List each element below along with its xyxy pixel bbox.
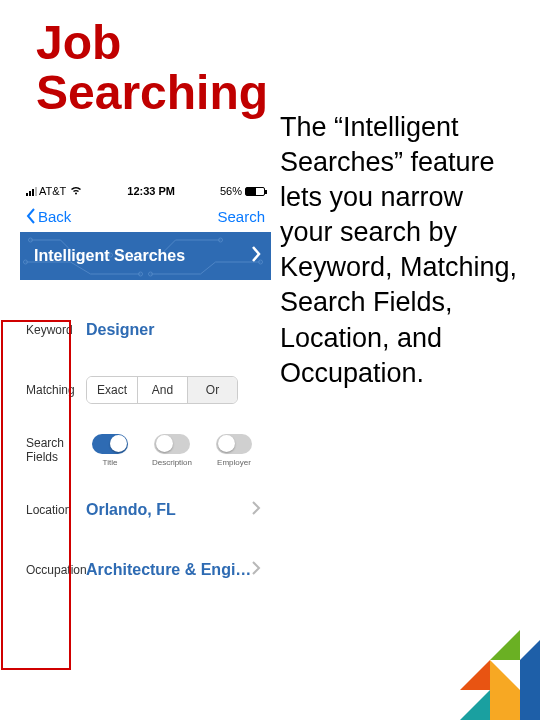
toggle-description-label: Description <box>152 458 192 467</box>
back-button[interactable]: Back <box>26 208 71 225</box>
wifi-icon <box>70 186 82 197</box>
svg-marker-8 <box>460 690 490 720</box>
svg-marker-12 <box>460 660 490 690</box>
keyword-row[interactable]: Keyword Designer <box>20 300 271 360</box>
status-left: AT&T <box>26 185 82 197</box>
toggle-employer-wrap: Employer <box>216 434 252 467</box>
description-text: The “Intelligent Searches” feature lets … <box>280 110 520 391</box>
page-title: Job Searching <box>0 0 540 119</box>
toggle-employer-label: Employer <box>217 458 251 467</box>
matching-option-or[interactable]: Or <box>187 377 237 403</box>
toggle-description[interactable] <box>154 434 190 454</box>
svg-marker-10 <box>520 640 540 720</box>
matching-option-and[interactable]: And <box>137 377 187 403</box>
chevron-right-icon <box>252 561 261 579</box>
searchfields-label: Search Fields <box>22 436 86 464</box>
carrier-label: AT&T <box>39 185 66 197</box>
matching-row: Matching Exact And Or <box>20 360 271 420</box>
battery-icon <box>245 187 265 196</box>
chevron-left-icon <box>26 208 36 224</box>
toggle-description-wrap: Description <box>152 434 192 467</box>
nav-bar: Back Search <box>20 200 271 232</box>
toggle-title-wrap: Title <box>92 434 128 467</box>
chevron-right-icon <box>252 501 261 519</box>
keyword-value: Designer <box>86 321 154 339</box>
keyword-label: Keyword <box>22 323 86 337</box>
svg-marker-11 <box>490 630 520 660</box>
banner-title: Intelligent Searches <box>34 247 185 265</box>
status-right: 56% <box>220 185 265 197</box>
toggle-employer[interactable] <box>216 434 252 454</box>
occupation-row[interactable]: Occupation Architecture & Engi… <box>20 540 271 600</box>
location-value: Orlando, FL <box>86 501 176 519</box>
location-row[interactable]: Location Orlando, FL <box>20 480 271 540</box>
searchfields-row: Search Fields Title Description Employer <box>20 420 271 480</box>
searchfields-toggles: Title Description Employer <box>86 434 263 467</box>
status-bar: AT&T 12:33 PM 56% <box>20 182 271 200</box>
chevron-right-icon <box>251 246 261 266</box>
banner[interactable]: Intelligent Searches <box>20 232 271 280</box>
battery-label: 56% <box>220 185 242 197</box>
matching-segmented[interactable]: Exact And Or <box>86 376 238 404</box>
search-button[interactable]: Search <box>217 208 265 225</box>
svg-marker-9 <box>490 660 520 720</box>
matching-option-exact[interactable]: Exact <box>87 377 137 403</box>
title-line1: Job <box>36 16 121 69</box>
back-label: Back <box>38 208 71 225</box>
toggle-title-label: Title <box>103 458 118 467</box>
title-line2: Searching <box>36 66 268 119</box>
occupation-label: Occupation <box>22 563 86 577</box>
signal-icon <box>26 187 37 196</box>
matching-label: Matching <box>22 383 86 397</box>
phone-screenshot: AT&T 12:33 PM 56% Back Search I <box>20 182 271 702</box>
location-label: Location <box>22 503 86 517</box>
corner-logo <box>400 600 540 720</box>
toggle-title[interactable] <box>92 434 128 454</box>
time-label: 12:33 PM <box>127 185 175 197</box>
filters-list: Keyword Designer Matching Exact And Or S… <box>20 280 271 600</box>
occupation-value: Architecture & Engi… <box>86 561 251 579</box>
